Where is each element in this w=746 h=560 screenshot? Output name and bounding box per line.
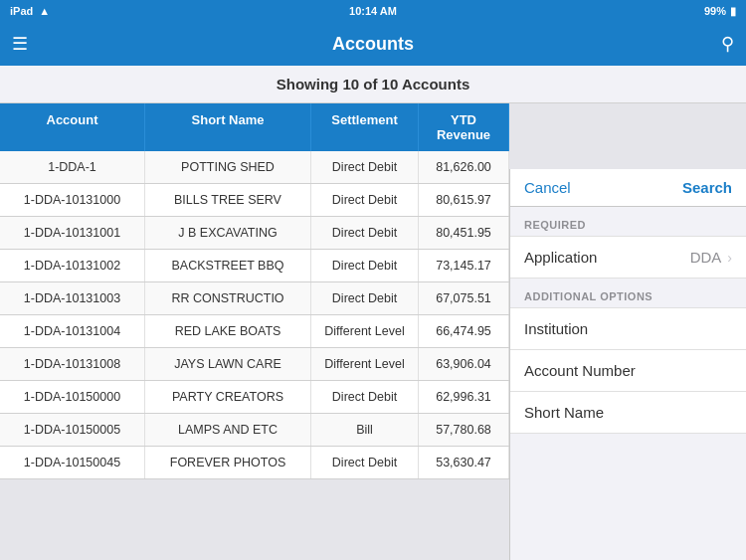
short-name-row[interactable]: Short Name	[510, 391, 746, 434]
cell-account: 1-DDA-10131001	[0, 217, 145, 249]
cell-settlement: Direct Debit	[311, 217, 419, 249]
search-panel-header: Cancel Search	[510, 169, 746, 207]
cell-settlement: Different Level	[311, 348, 419, 380]
required-section-label: REQUIRED	[510, 207, 746, 236]
cell-ytd: 66,474.95	[419, 315, 509, 347]
table-row[interactable]: 1-DDA-1 POTTING SHED Direct Debit 81,626…	[0, 151, 509, 184]
chevron-right-icon: ›	[727, 250, 732, 266]
cell-settlement: Direct Debit	[311, 151, 419, 183]
cell-shortname: BILLS TREE SERV	[145, 184, 311, 216]
col-header-settlement: Settlement	[311, 103, 419, 151]
battery-percentage: 99%	[704, 5, 726, 17]
application-label: Application	[524, 249, 597, 266]
table-row[interactable]: 1-DDA-10131001 J B EXCAVATING Direct Deb…	[0, 217, 509, 250]
cell-ytd: 53,630.47	[419, 447, 509, 478]
table-body: 1-DDA-1 POTTING SHED Direct Debit 81,626…	[0, 151, 509, 479]
cell-settlement: Direct Debit	[311, 282, 419, 314]
cell-ytd: 80,451.95	[419, 217, 509, 249]
cell-account: 1-DDA-10150000	[0, 381, 145, 413]
cell-account: 1-DDA-10150005	[0, 414, 145, 446]
cell-shortname: BACKSTREET BBQ	[145, 250, 311, 281]
cell-account: 1-DDA-10131004	[0, 315, 145, 347]
cell-shortname: JAYS LAWN CARE	[145, 348, 311, 380]
table-row[interactable]: 1-DDA-10150005 LAMPS AND ETC Bill 57,780…	[0, 414, 509, 447]
table-row[interactable]: 1-DDA-10150045 FOREVER PHOTOS Direct Deb…	[0, 447, 509, 479]
application-row[interactable]: Application DDA ›	[510, 236, 746, 279]
cell-shortname: POTTING SHED	[145, 151, 311, 183]
cell-shortname: PARTY CREATORS	[145, 381, 311, 413]
search-icon[interactable]: ⚲	[721, 33, 734, 55]
cell-account: 1-DDA-10150045	[0, 447, 145, 478]
table-row[interactable]: 1-DDA-10131000 BILLS TREE SERV Direct De…	[0, 184, 509, 217]
short-name-label: Short Name	[524, 404, 604, 421]
accounts-table: Account Short Name Settlement YTD Revenu…	[0, 103, 509, 479]
cell-ytd: 80,615.97	[419, 184, 509, 216]
table-row[interactable]: 1-DDA-10131004 RED LAKE BOATS Different …	[0, 315, 509, 348]
nav-title: Accounts	[332, 34, 414, 55]
additional-section-label: ADDITIONAL OPTIONS	[510, 279, 746, 307]
cell-shortname: RED LAKE BOATS	[145, 315, 311, 347]
institution-row[interactable]: Institution	[510, 307, 746, 350]
cancel-button[interactable]: Cancel	[524, 179, 571, 196]
main-content: Account Short Name Settlement YTD Revenu…	[0, 103, 746, 479]
status-left: iPad ▲	[10, 5, 50, 17]
cell-settlement: Direct Debit	[311, 250, 419, 281]
cell-account: 1-DDA-10131000	[0, 184, 145, 216]
cell-account: 1-DDA-10131003	[0, 282, 145, 314]
cell-settlement: Bill	[311, 414, 419, 446]
cell-ytd: 81,626.00	[419, 151, 509, 183]
battery-icon: ▮	[730, 5, 736, 18]
cell-ytd: 63,906.04	[419, 348, 509, 380]
cell-settlement: Direct Debit	[311, 447, 419, 478]
cell-account: 1-DDA-1	[0, 151, 145, 183]
table-row[interactable]: 1-DDA-10131002 BACKSTREET BBQ Direct Deb…	[0, 250, 509, 282]
account-number-label: Account Number	[524, 362, 636, 379]
left-panel: Account Short Name Settlement YTD Revenu…	[0, 103, 509, 479]
status-time: 10:14 AM	[349, 5, 397, 17]
cell-account: 1-DDA-10131002	[0, 250, 145, 281]
institution-label: Institution	[524, 320, 588, 337]
device-label: iPad	[10, 5, 33, 17]
cell-shortname: J B EXCAVATING	[145, 217, 311, 249]
cell-account: 1-DDA-10131008	[0, 348, 145, 380]
table-row[interactable]: 1-DDA-10131003 RR CONSTRUCTIO Direct Deb…	[0, 282, 509, 315]
account-number-row[interactable]: Account Number	[510, 349, 746, 392]
cell-ytd: 62,996.31	[419, 381, 509, 413]
showing-text: Showing 10 of 10 Accounts	[277, 76, 469, 93]
cell-ytd: 57,780.68	[419, 414, 509, 446]
status-bar: iPad ▲ 10:14 AM 99% ▮	[0, 0, 746, 22]
col-header-account: Account	[0, 103, 145, 151]
cell-settlement: Different Level	[311, 315, 419, 347]
cell-shortname: LAMPS AND ETC	[145, 414, 311, 446]
cell-ytd: 67,075.51	[419, 282, 509, 314]
menu-icon[interactable]: ☰	[12, 33, 28, 55]
table-row[interactable]: 1-DDA-10131008 JAYS LAWN CARE Different …	[0, 348, 509, 381]
wifi-icon: ▲	[39, 5, 50, 17]
status-right: 99% ▮	[704, 5, 736, 18]
nav-bar: ☰ Accounts ⚲	[0, 22, 746, 66]
col-header-shortname: Short Name	[145, 103, 311, 151]
col-header-ytd: YTD Revenue	[419, 103, 509, 151]
search-button[interactable]: Search	[682, 179, 732, 196]
application-value: DDA	[690, 249, 722, 266]
table-header: Account Short Name Settlement YTD Revenu…	[0, 103, 509, 151]
cell-settlement: Direct Debit	[311, 184, 419, 216]
cell-ytd: 73,145.17	[419, 250, 509, 281]
search-panel: Cancel Search REQUIRED Application DDA ›…	[509, 169, 746, 560]
table-row[interactable]: 1-DDA-10150000 PARTY CREATORS Direct Deb…	[0, 381, 509, 414]
showing-bar: Showing 10 of 10 Accounts	[0, 66, 746, 103]
cell-shortname: FOREVER PHOTOS	[145, 447, 311, 478]
cell-settlement: Direct Debit	[311, 381, 419, 413]
cell-shortname: RR CONSTRUCTIO	[145, 282, 311, 314]
